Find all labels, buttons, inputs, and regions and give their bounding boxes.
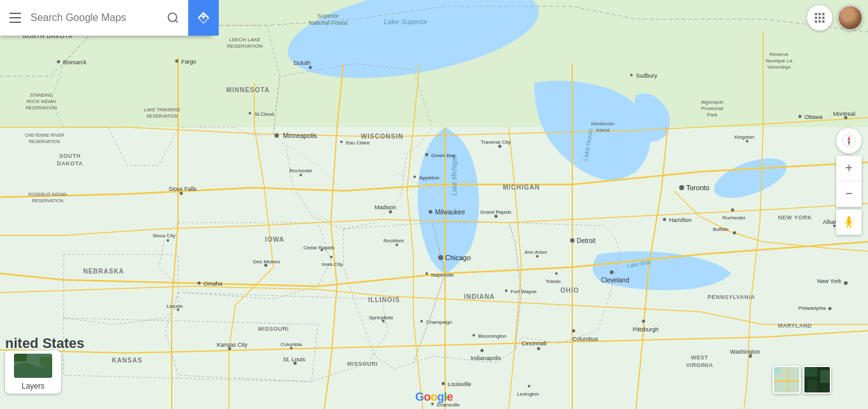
svg-point-124	[472, 334, 475, 336]
svg-text:SOUTH: SOUTH	[59, 153, 81, 159]
search-bar	[0, 0, 212, 36]
svg-text:Detroit: Detroit	[577, 237, 596, 244]
svg-text:ILLINOIS: ILLINOIS	[368, 296, 400, 303]
svg-rect-167	[39, 357, 52, 366]
svg-point-86	[396, 244, 398, 246]
svg-text:Pittsburgh: Pittsburgh	[633, 326, 659, 333]
country-label: nited States	[5, 335, 85, 352]
svg-point-118	[505, 289, 507, 292]
svg-rect-162	[815, 20, 817, 22]
search-button[interactable]	[158, 0, 188, 36]
svg-point-94	[198, 282, 201, 285]
zoom-controls: + −	[836, 156, 862, 207]
svg-point-114	[420, 320, 423, 322]
svg-point-50	[176, 60, 179, 63]
svg-point-154	[169, 13, 177, 22]
svg-point-90	[249, 112, 251, 114]
svg-text:Fort Wayne: Fort Wayne	[511, 289, 537, 295]
svg-text:Rochester: Rochester	[722, 215, 746, 221]
svg-point-58	[438, 255, 443, 260]
compass-button[interactable]	[836, 128, 862, 153]
svg-point-136	[829, 307, 832, 310]
svg-text:Green Bay: Green Bay	[431, 153, 455, 158]
svg-point-140	[799, 115, 802, 118]
svg-point-72	[537, 347, 541, 350]
svg-text:Park: Park	[707, 112, 718, 118]
svg-point-144	[746, 140, 748, 142]
svg-text:RESERVATION: RESERVATION	[227, 43, 263, 49]
svg-point-56	[429, 210, 432, 214]
svg-point-146	[630, 74, 633, 76]
svg-text:LEECH LAKE: LEECH LAKE	[229, 37, 260, 43]
svg-text:ROCK INDIAN: ROCK INDIAN	[27, 99, 56, 104]
svg-text:Des Moines: Des Moines	[253, 259, 280, 265]
svg-text:VIRGINIA: VIRGINIA	[686, 362, 713, 368]
zoom-out-button[interactable]: −	[836, 181, 862, 207]
svg-point-130	[733, 232, 736, 235]
svg-text:faunique La: faunique La	[766, 58, 792, 64]
svg-point-120	[555, 272, 558, 275]
svg-text:Hamilton: Hamilton	[669, 217, 692, 223]
svg-text:National Forest: National Forest	[308, 20, 348, 26]
svg-text:Fargo: Fargo	[181, 59, 196, 65]
right-map-controls: + −	[836, 128, 862, 282]
svg-point-88	[340, 141, 343, 143]
svg-text:Island: Island	[596, 127, 609, 133]
svg-text:Manitoulin: Manitoulin	[591, 121, 614, 127]
google-apps-button[interactable]	[807, 5, 832, 31]
svg-point-84	[389, 211, 392, 214]
svg-text:Kingston: Kingston	[734, 134, 754, 140]
svg-text:ROSEBUD INDIAN: ROSEBUD INDIAN	[29, 192, 67, 197]
menu-button[interactable]	[0, 0, 31, 36]
svg-text:Ottawa: Ottawa	[804, 114, 823, 120]
svg-text:MISSOURI: MISSOURI	[347, 361, 378, 367]
google-logo: Google	[415, 391, 453, 404]
svg-text:Madison: Madison	[375, 204, 396, 211]
account-avatar[interactable]	[837, 5, 863, 31]
svg-point-98	[330, 256, 333, 258]
search-input[interactable]	[31, 12, 158, 24]
svg-text:RESERVATION: RESERVATION	[29, 139, 60, 144]
svg-text:MISSOURI: MISSOURI	[258, 326, 289, 332]
svg-text:Philadelphia: Philadelphia	[798, 305, 826, 311]
svg-text:Sioux City: Sioux City	[153, 233, 176, 239]
svg-text:Indianapolis: Indianapolis	[471, 355, 502, 361]
svg-text:Kansas City: Kansas City	[217, 342, 248, 348]
default-map-thumb[interactable]	[773, 366, 801, 394]
layers-button[interactable]: Layers	[5, 350, 61, 394]
compass-icon	[841, 133, 857, 148]
svg-text:Lincoln: Lincoln	[167, 303, 183, 309]
svg-point-122	[536, 255, 539, 258]
svg-text:Bloomington: Bloomington	[478, 333, 506, 339]
svg-text:IOWA: IOWA	[265, 236, 285, 243]
street-view-button[interactable]	[836, 209, 862, 235]
svg-text:MARYLAND: MARYLAND	[778, 322, 812, 329]
svg-point-152	[528, 385, 530, 387]
svg-text:Lake Michigan: Lake Michigan	[451, 154, 458, 195]
svg-text:Omaha: Omaha	[203, 281, 223, 287]
svg-text:Lake Superior: Lake Superior	[384, 18, 429, 25]
svg-text:Traverse City: Traverse City	[481, 139, 511, 145]
svg-text:Champaign: Champaign	[426, 319, 452, 325]
svg-text:Cincinnati: Cincinnati	[521, 340, 547, 347]
svg-point-171	[848, 216, 851, 219]
svg-text:Cleveland: Cleveland	[601, 277, 629, 284]
svg-text:CHEYENNE RIVER: CHEYENNE RIVER	[25, 133, 64, 137]
svg-text:Grand Rapids: Grand Rapids	[480, 209, 511, 215]
svg-text:Superior: Superior	[317, 13, 339, 19]
satellite-map-thumb[interactable]	[803, 366, 831, 394]
svg-text:KANSAS: KANSAS	[112, 357, 142, 364]
svg-text:NEBRASKA: NEBRASKA	[83, 268, 125, 275]
directions-button[interactable]	[188, 0, 219, 36]
svg-text:Réserve: Réserve	[769, 52, 789, 57]
svg-text:Toledo: Toledo	[546, 279, 561, 284]
svg-text:DAKOTA: DAKOTA	[57, 160, 83, 167]
svg-text:MINNESOTA: MINNESOTA	[226, 87, 270, 94]
svg-text:Provincial: Provincial	[701, 106, 724, 111]
map-container: Lake Superior Lake Michigan Lake Huron L…	[0, 0, 868, 409]
zoom-in-button[interactable]: +	[836, 156, 862, 181]
svg-rect-176	[820, 370, 831, 383]
svg-rect-166	[14, 354, 27, 361]
svg-text:WISCONSIN: WISCONSIN	[361, 133, 404, 140]
svg-text:Chicago: Chicago	[445, 254, 471, 261]
